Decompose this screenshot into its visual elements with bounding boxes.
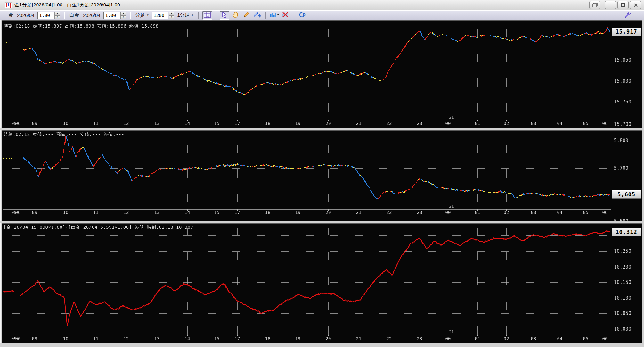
x-axis-tick-label: 02 <box>504 210 509 215</box>
x-axis-tick-label: 14 <box>185 121 190 126</box>
bar-type-dropdown[interactable]: 分足 ▼ <box>135 12 149 18</box>
date-label: 21 <box>449 204 454 209</box>
toolbar-separator <box>130 12 131 19</box>
chart-delete-button[interactable] <box>281 11 290 20</box>
titlebar: 金1分足[2026/04]1.00 - 白金1分足[2026/04]1.00 <box>0 0 644 10</box>
x-axis-tick-label: 18 <box>265 336 271 341</box>
y-axis-tick-label: 15,800 <box>614 78 631 84</box>
pan-hand-icon <box>232 12 239 19</box>
last-price-badge: 10,312 <box>612 228 641 236</box>
y-axis-tick-label: 15,700 <box>614 121 631 127</box>
chevron-down-icon: ▼ <box>191 14 194 17</box>
trendline-pen-button[interactable] <box>252 11 262 20</box>
gold-multiplier-spinner[interactable]: 1.00 ▲▼ <box>37 12 60 19</box>
x-axis-tick-label: 13 <box>154 121 160 126</box>
maximize-button[interactable] <box>617 1 629 9</box>
chart-pane-platinum-candles[interactable] <box>2 130 642 221</box>
refresh-button[interactable]: R <box>298 11 307 20</box>
window-right-border <box>642 20 644 343</box>
pane-info-platinum-candles: 時刻:02:18 始値:--- 高値:--- 安値:--- 終値:--- <box>4 132 124 137</box>
toolbar-separator <box>216 12 216 19</box>
y-axis-tick-label: 10,100 <box>614 295 631 301</box>
x-axis-tick-label: 11 <box>93 336 99 341</box>
svg-text:R: R <box>303 13 306 17</box>
x-axis-tick-label: 02 <box>504 336 509 341</box>
toolbar-separator <box>64 12 65 19</box>
spin-up-icon[interactable]: ▲ <box>54 12 60 15</box>
x-axis-tick-label: 17 <box>235 336 240 341</box>
x-axis-tick-label: 20 <box>326 121 331 126</box>
pan-hand-button[interactable] <box>231 11 240 20</box>
interval-dropdown[interactable]: 1分足 ▼ <box>177 12 193 18</box>
x-axis-tick-label: 19 <box>295 121 301 126</box>
x-axis-tick-label: 09 <box>32 121 37 126</box>
x-axis-tick-label: 22 <box>387 121 392 126</box>
quote-board-button[interactable] <box>202 11 212 20</box>
app-window: 金1分足[2026/04]1.00 - 白金1分足[2026/04]1.00 金… <box>0 0 644 347</box>
gold-month-label: 2026/04 <box>17 12 34 18</box>
select-cursor-icon <box>221 12 228 19</box>
x-axis-tick-label: 06 <box>602 336 608 341</box>
platinum-multiplier-value[interactable]: 1.00 <box>103 12 120 19</box>
spin-down-icon[interactable]: ▼ <box>120 15 126 19</box>
chart-type-button[interactable] <box>270 11 279 20</box>
gold-multiplier-value[interactable]: 1.00 <box>37 12 54 19</box>
x-axis-tick-label: 14 <box>185 210 190 215</box>
x-axis-tick-label: 15 <box>214 121 220 126</box>
window-bottom-border <box>0 343 644 347</box>
x-axis-tick-label: 06 <box>15 336 21 341</box>
pane-separator[interactable] <box>0 128 644 130</box>
x-axis-tick-label: 01 <box>475 121 480 126</box>
x-axis-tick-label: 19 <box>295 336 301 341</box>
x-axis-tick-label: 13 <box>154 336 160 341</box>
x-axis-tick-label: 05 <box>583 121 589 126</box>
x-axis-tick-label: 12 <box>124 336 129 341</box>
x-axis-tick-label: 10 <box>63 210 69 215</box>
x-axis-tick-label: 20 <box>326 336 331 341</box>
x-axis-tick-label: 23 <box>417 210 422 215</box>
spin-up-icon[interactable]: ▲ <box>169 12 174 15</box>
platinum-multiplier-spinner[interactable]: 1.00 ▲▼ <box>103 12 126 19</box>
settings-wrench-button[interactable] <box>623 11 633 20</box>
pencil-button[interactable] <box>241 11 251 20</box>
bar-count-value[interactable]: 1200 <box>152 12 168 19</box>
x-axis-tick-label: 15 <box>214 210 220 215</box>
refresh-icon: R <box>299 12 306 19</box>
axis-divider <box>612 130 612 221</box>
spin-down-icon[interactable]: ▼ <box>169 15 174 19</box>
y-axis-tick-label: 10,050 <box>614 310 631 316</box>
quote-board-icon <box>204 12 211 19</box>
chart-type-icon <box>270 12 279 19</box>
pencil-icon <box>243 12 249 19</box>
spin-down-icon[interactable]: ▼ <box>54 15 60 19</box>
y-axis-tick-label: 5,800 <box>614 138 628 144</box>
toolbar-separator <box>294 12 294 19</box>
x-axis-tick-label: 06 <box>15 210 21 215</box>
x-axis-tick-label: 06 <box>602 121 608 126</box>
y-axis-tick-label: 5,700 <box>614 165 628 171</box>
wrench-icon <box>624 12 632 19</box>
bar-count-spinner[interactable]: 1200 ▲▼ <box>152 12 174 19</box>
spin-up-icon[interactable]: ▲ <box>120 12 126 15</box>
x-axis-tick-label: 23 <box>417 336 422 341</box>
close-button[interactable] <box>630 1 641 9</box>
x-axis-tick-label: 01 <box>475 210 480 215</box>
platinum-month-label: 2026/04 <box>83 12 100 18</box>
toolbar-grip[interactable] <box>3 12 4 19</box>
x-axis-tick-label: 17 <box>235 210 240 215</box>
x-axis-tick-label: 17 <box>235 121 240 126</box>
cascade-windows-button[interactable] <box>589 1 600 9</box>
y-axis-tick-label: 15,850 <box>614 57 631 63</box>
pane-separator[interactable] <box>0 221 644 223</box>
x-axis-tick-label: 18 <box>265 210 271 215</box>
y-axis-tick-label: 10,150 <box>614 279 631 285</box>
axis-divider <box>612 20 612 128</box>
chart-pane-gold-candles[interactable] <box>2 20 642 128</box>
x-axis-tick-label: 04 <box>557 336 563 341</box>
x-axis-tick-label: 18 <box>265 121 271 126</box>
x-axis-tick-label: 05 <box>583 210 589 215</box>
minimize-button[interactable] <box>605 1 616 9</box>
toolbar-separator <box>198 12 199 19</box>
chart-pane-spread-line[interactable] <box>2 223 642 343</box>
select-cursor-button[interactable] <box>220 11 229 20</box>
